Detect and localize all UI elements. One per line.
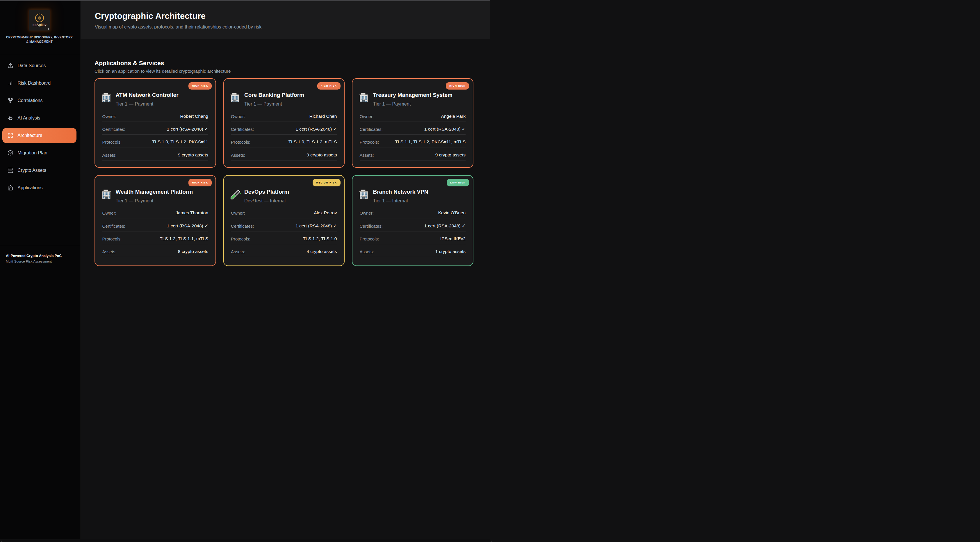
svg-text:pqAgility: pqAgility (33, 23, 46, 27)
svg-text:Cryptography Discovery, Invent: Cryptography Discovery, Inventory and Ma… (32, 27, 48, 27)
